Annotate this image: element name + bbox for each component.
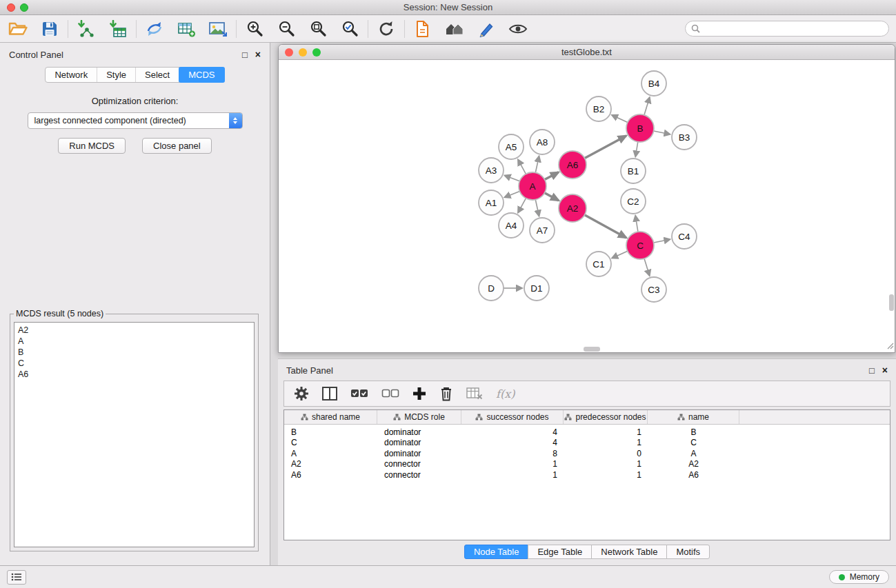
zoom-window-icon[interactable] (20, 3, 28, 12)
table-cell[interactable]: 4 (461, 427, 564, 437)
graph-edge-A-A1[interactable] (505, 191, 520, 197)
graph-node-A6[interactable] (559, 151, 586, 179)
graph-node-B4[interactable] (641, 71, 666, 96)
table-row[interactable]: A dominator 8 0 A (284, 448, 890, 459)
zoom-out-button[interactable] (275, 19, 297, 39)
graph-node-C3[interactable] (641, 277, 666, 302)
table-cell[interactable]: 1 (461, 470, 564, 480)
graph-edge-A-A5[interactable] (518, 159, 526, 174)
list-item[interactable]: A2 (18, 325, 250, 336)
table-cell[interactable]: A (284, 449, 377, 458)
table-cell[interactable]: C (284, 438, 377, 447)
close-table-panel-icon[interactable]: × (882, 365, 888, 375)
table-row[interactable]: A6 connector 1 1 A6 (284, 469, 890, 480)
tab-motifs[interactable]: Motifs (666, 545, 710, 559)
table-cell[interactable]: dominator (377, 438, 461, 447)
resize-grip[interactable] (886, 341, 894, 352)
column-header-successor-nodes[interactable]: successor nodes (461, 410, 564, 424)
table-cell[interactable]: 1 (564, 459, 648, 469)
list-item[interactable]: C (18, 358, 250, 369)
import-table-button[interactable] (107, 19, 129, 39)
home-button[interactable] (444, 19, 466, 39)
network-window-titlebar[interactable]: testGlobe.txt (279, 45, 895, 60)
table-cell[interactable]: 0 (564, 449, 648, 458)
graph-node-B2[interactable] (586, 97, 611, 121)
graph-edge-A6-B[interactable] (585, 136, 626, 159)
graph-node-A4[interactable] (499, 213, 524, 238)
table-cell[interactable]: connector (377, 459, 461, 469)
titlebar[interactable]: Session: New Session (0, 0, 896, 15)
horizontal-scrollbar-thumb[interactable] (584, 347, 600, 352)
list-item[interactable]: A (18, 336, 250, 347)
graph-node-A3[interactable] (479, 158, 504, 183)
show-details-button[interactable] (507, 19, 529, 39)
tab-node-table[interactable]: Node Table (464, 545, 529, 559)
table-row[interactable]: B dominator 4 1 B (284, 427, 890, 438)
export-image-button[interactable] (207, 19, 229, 39)
table-cell[interactable]: C (648, 438, 739, 447)
tab-style[interactable]: Style (97, 68, 136, 82)
graph-edge-A-A3[interactable] (505, 176, 520, 181)
optimization-criterion-dropdown[interactable]: largest connected component (directed) (28, 112, 243, 129)
network-view-window[interactable]: testGlobe.txt B4B2BB3A5A8A6B1A3AC2A1A2A4… (278, 44, 895, 353)
delete-table-button[interactable] (466, 387, 483, 400)
tab-network[interactable]: Network (46, 68, 97, 82)
add-row-button[interactable] (412, 387, 426, 401)
graph-node-A5[interactable] (499, 134, 524, 159)
column-header-mcds-role[interactable]: MCDS role (377, 410, 461, 424)
zoom-in-button[interactable] (243, 19, 266, 39)
column-header-shared-name[interactable]: shared name (284, 410, 377, 424)
graph-edge-A-A8[interactable] (535, 156, 539, 173)
import-network-button[interactable] (75, 19, 97, 39)
graph-node-A8[interactable] (530, 130, 555, 154)
annotation-button[interactable] (475, 19, 497, 39)
table-cell[interactable]: B (284, 427, 377, 437)
zoom-fit-button[interactable] (307, 19, 329, 39)
run-mcds-button[interactable]: Run MCDS (58, 138, 126, 154)
tab-select[interactable]: Select (136, 68, 179, 82)
table-cell[interactable]: connector (377, 470, 461, 480)
search-input[interactable] (704, 24, 883, 34)
graph-edge-C-C3[interactable] (644, 258, 650, 276)
graph-edge-A-A2[interactable] (545, 193, 559, 201)
graph-edge-B-B1[interactable] (635, 142, 638, 157)
table-cell[interactable]: 1 (461, 459, 564, 469)
table-row[interactable]: C dominator 4 1 C (284, 438, 890, 449)
graph-edge-C-C4[interactable] (654, 239, 670, 243)
open-session-button[interactable] (7, 19, 29, 39)
table-cell[interactable]: 4 (461, 438, 564, 447)
close-panel-button[interactable]: Close panel (142, 138, 212, 154)
graph-edge-B-B4[interactable] (644, 97, 650, 115)
tab-edge-table[interactable]: Edge Table (528, 545, 592, 559)
graph-edge-B-B2[interactable] (612, 115, 628, 123)
graph-node-C[interactable] (626, 232, 654, 259)
graph-edge-A-A7[interactable] (535, 200, 539, 216)
graph-edge-C-C1[interactable] (612, 251, 628, 258)
table-cell[interactable]: dominator (377, 427, 461, 437)
function-builder-button[interactable]: f(x) (496, 387, 515, 401)
search-field[interactable] (685, 21, 889, 37)
table-settings-button[interactable] (294, 386, 309, 401)
table-cell[interactable]: 8 (461, 449, 564, 458)
table-cell[interactable]: A (648, 449, 739, 458)
graph-node-C4[interactable] (672, 224, 697, 249)
table-cell[interactable]: 1 (564, 470, 648, 480)
graph-node-D[interactable] (479, 276, 504, 301)
recent-session-button[interactable] (412, 19, 434, 39)
minimize-network-icon[interactable] (299, 48, 307, 57)
save-session-button[interactable] (39, 19, 61, 39)
graph-node-B[interactable] (626, 114, 654, 142)
close-panel-icon[interactable]: × (255, 50, 261, 59)
table-row[interactable]: A2 connector 1 1 A2 (284, 459, 890, 470)
graph-node-B1[interactable] (621, 159, 646, 183)
graph-edge-C-C2[interactable] (635, 216, 638, 232)
graph-edge-A-A6[interactable] (545, 172, 559, 180)
show-columns-button[interactable] (322, 387, 337, 401)
table-cell[interactable]: 1 (564, 427, 648, 437)
close-window-icon[interactable] (7, 3, 15, 12)
zoom-network-icon[interactable] (312, 48, 321, 57)
tab-network-table[interactable]: Network Table (591, 545, 667, 559)
memory-button[interactable]: Memory (829, 570, 889, 584)
table-cell[interactable]: A6 (284, 470, 377, 480)
deselect-all-button[interactable] (381, 387, 399, 400)
